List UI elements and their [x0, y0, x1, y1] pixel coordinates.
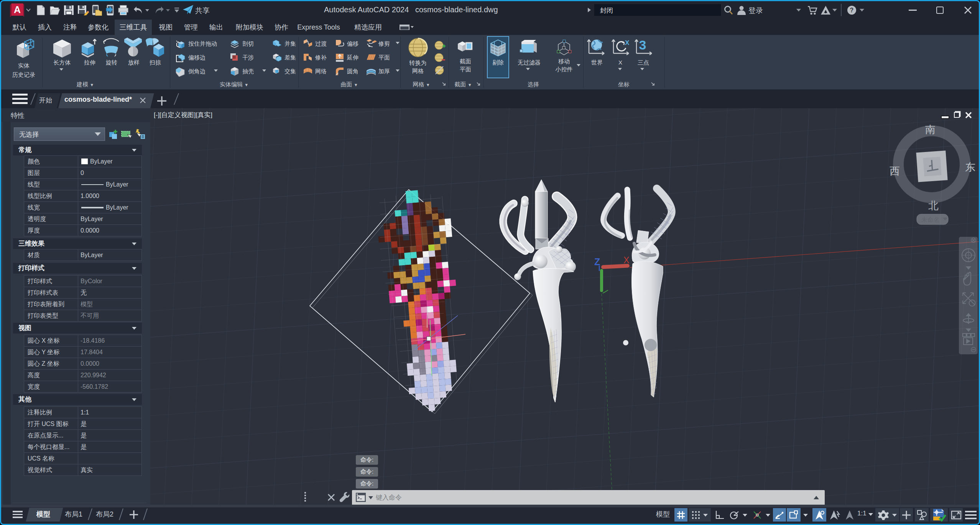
svg-text:西: 西: [890, 165, 900, 177]
svg-text:A: A: [14, 4, 21, 15]
svg-text:Z: Z: [594, 256, 600, 267]
svg-text:南: 南: [925, 124, 936, 135]
svg-text:北: 北: [928, 200, 939, 211]
svg-text:X: X: [625, 39, 630, 46]
svg-text:?: ?: [850, 7, 854, 13]
svg-text:东: 东: [965, 162, 975, 173]
svg-text:未命名: 未命名: [921, 216, 940, 223]
svg-text:3: 3: [639, 38, 646, 52]
svg-text:X: X: [623, 255, 629, 265]
